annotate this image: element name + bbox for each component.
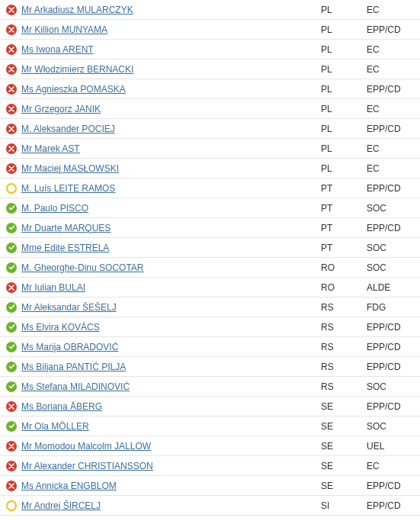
cross-icon xyxy=(6,401,17,412)
country-code: PL xyxy=(321,24,367,35)
check-icon xyxy=(6,302,17,313)
vote-status xyxy=(5,342,18,352)
country-code: PL xyxy=(321,124,367,134)
member-name-link[interactable]: M. Paulo PISCO xyxy=(18,203,321,214)
country-code: RS xyxy=(321,302,367,313)
vote-status xyxy=(5,322,18,333)
country-code: PT xyxy=(321,223,367,233)
country-code: RS xyxy=(321,362,367,372)
check-icon xyxy=(6,421,17,432)
member-name-link[interactable]: Mme Edite ESTRELA xyxy=(18,243,321,253)
member-name-link[interactable]: Mr Arkadiusz MULARCZYK xyxy=(18,5,321,15)
member-name-link[interactable]: Mr Marek AST xyxy=(18,143,321,154)
vote-status xyxy=(5,421,18,432)
political-group: EPP/CD xyxy=(367,124,420,134)
member-name-link[interactable]: Mr Andrej ŠIRCELJ xyxy=(18,500,321,511)
vote-status xyxy=(5,84,18,95)
table-row: Mr Arkadiusz MULARCZYKPLEC xyxy=(0,0,420,20)
table-row: Ms Agnieszka POMASKAPLEPP/CD xyxy=(0,79,420,99)
member-name-link[interactable]: Ms Stefana MILADINOVIĆ xyxy=(18,381,321,392)
political-group: EPP/CD xyxy=(367,500,420,511)
table-row: Mr Duarte MARQUESPTEPP/CD xyxy=(0,218,420,238)
vote-status xyxy=(5,500,18,511)
check-icon xyxy=(6,243,17,253)
vote-status xyxy=(5,104,18,114)
table-row: Mr Iulian BULAIROALDE xyxy=(0,278,420,297)
vote-status xyxy=(5,243,18,253)
vote-status xyxy=(5,441,18,452)
vote-status xyxy=(5,302,18,313)
table-row: Ms Annicka ENGBLOMSEEPP/CD xyxy=(0,476,420,496)
table-row: Ms Marija OBRADOVIĆRSEPP/CD xyxy=(0,337,420,357)
cross-icon xyxy=(6,64,17,75)
political-group: EPP/CD xyxy=(367,84,420,95)
table-row: Mr Ola MÖLLERSESOC xyxy=(0,416,420,436)
member-name-link[interactable]: Ms Annicka ENGBLOM xyxy=(18,481,321,491)
political-group: EC xyxy=(367,461,420,471)
member-name-link[interactable]: Ms Iwona ARENT xyxy=(18,44,321,55)
member-name-link[interactable]: Mr Duarte MARQUES xyxy=(18,223,321,233)
vote-status xyxy=(5,5,18,15)
country-code: RS xyxy=(321,381,367,392)
check-icon xyxy=(6,322,17,333)
member-name-link[interactable]: Ms Elvira KOVÁCS xyxy=(18,322,321,333)
table-row: Mr Momodou Malcolm JALLOWSEUEL xyxy=(0,436,420,456)
table-row: Mr Aleksandar ŠEŠELJRSFDG xyxy=(0,297,420,317)
check-icon xyxy=(6,223,17,233)
cross-icon xyxy=(6,441,17,452)
cross-icon xyxy=(6,282,17,293)
country-code: SE xyxy=(321,461,367,471)
vote-status xyxy=(5,124,18,134)
table-row: Mr Włodzimierz BERNACKIPLEC xyxy=(0,59,420,79)
political-group: SOC xyxy=(367,243,420,253)
country-code: PL xyxy=(321,5,367,15)
member-name-link[interactable]: M. Aleksander POCIEJ xyxy=(18,124,321,134)
country-code: RS xyxy=(321,342,367,352)
member-name-link[interactable]: Mr Aleksandar ŠEŠELJ xyxy=(18,302,321,313)
political-group: EC xyxy=(367,64,420,75)
cross-icon xyxy=(6,481,17,491)
political-group: FDG xyxy=(367,302,420,313)
cross-icon xyxy=(6,5,17,15)
member-name-link[interactable]: Mr Iulian BULAI xyxy=(18,282,321,293)
member-name-link[interactable]: Mr Włodzimierz BERNACKI xyxy=(18,64,321,75)
member-name-link[interactable]: Mr Alexander CHRISTIANSSON xyxy=(18,461,321,471)
country-code: RS xyxy=(321,322,367,333)
country-code: PL xyxy=(321,84,367,95)
country-code: PL xyxy=(321,163,367,174)
table-row: Ms Elvira KOVÁCSRSEPP/CD xyxy=(0,317,420,337)
political-group: EPP/CD xyxy=(367,183,420,194)
member-name-link[interactable]: M. Luís LEITE RAMOS xyxy=(18,183,321,194)
member-name-link[interactable]: Ms Marija OBRADOVIĆ xyxy=(18,342,321,352)
cross-icon xyxy=(6,84,17,95)
member-name-link[interactable]: Ms Biljana PANTIĆ PILJA xyxy=(18,362,321,372)
political-group: EC xyxy=(367,5,420,15)
member-name-link[interactable]: Mr Momodou Malcolm JALLOW xyxy=(18,441,321,452)
member-name-link[interactable]: Mr Maciej MASŁOWSKI xyxy=(18,163,321,174)
member-name-link[interactable]: Mr Grzegorz JANIK xyxy=(18,104,321,114)
table-row: M. Gheorghe-Dinu SOCOTARROSOC xyxy=(0,258,420,278)
vote-status xyxy=(5,282,18,293)
political-group: EPP/CD xyxy=(367,342,420,352)
member-name-link[interactable]: M. Gheorghe-Dinu SOCOTAR xyxy=(18,262,321,273)
country-code: RO xyxy=(321,262,367,273)
political-group: SOC xyxy=(367,262,420,273)
cross-icon xyxy=(6,461,17,471)
vote-status xyxy=(5,481,18,491)
member-name-link[interactable]: Mr Ola MÖLLER xyxy=(18,421,321,432)
cross-icon xyxy=(6,24,17,35)
circle-icon xyxy=(6,183,17,194)
political-group: EPP/CD xyxy=(367,322,420,333)
country-code: SI xyxy=(321,500,367,511)
member-name-link[interactable]: Ms Agnieszka POMASKA xyxy=(18,84,321,95)
political-group: SOC xyxy=(367,381,420,392)
vote-status xyxy=(5,381,18,392)
vote-status xyxy=(5,143,18,154)
check-icon xyxy=(6,262,17,273)
political-group: SOC xyxy=(367,203,420,214)
country-code: PT xyxy=(321,203,367,214)
cross-icon xyxy=(6,124,17,134)
member-name-link[interactable]: Mr Killion MUNYAMA xyxy=(18,24,321,35)
country-code: PT xyxy=(321,243,367,253)
member-name-link[interactable]: Ms Boriana ÅBERG xyxy=(18,401,321,412)
